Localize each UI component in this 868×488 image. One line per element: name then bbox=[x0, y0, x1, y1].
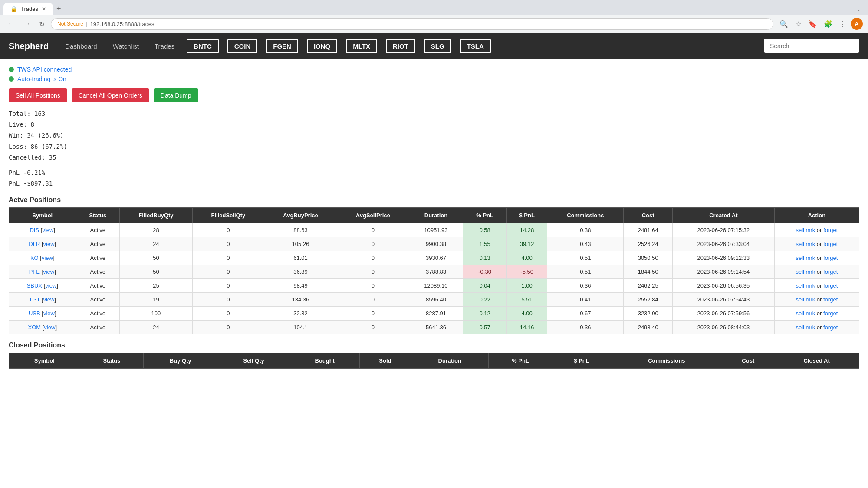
stat-live-label: Live: bbox=[9, 121, 27, 128]
stat-pnl-pct: PnL -0.21% bbox=[9, 167, 859, 178]
url-bar[interactable]: Not Secure | 192.168.0.25:8888/trades bbox=[51, 18, 773, 30]
new-tab-button[interactable]: + bbox=[53, 3, 65, 15]
symbol-link[interactable]: TGT bbox=[29, 296, 40, 303]
col-action: Action bbox=[774, 208, 859, 223]
user-avatar[interactable]: A bbox=[851, 18, 863, 30]
bookmark-star-button[interactable]: ☆ bbox=[792, 18, 804, 30]
symbol-link[interactable]: PFE bbox=[29, 269, 40, 275]
cell-pct-pnl: -0.30 bbox=[463, 265, 507, 279]
forward-button[interactable]: → bbox=[21, 18, 33, 29]
nav-trades[interactable]: Trades bbox=[151, 41, 178, 52]
symbol-link[interactable]: KO bbox=[30, 255, 39, 261]
autotrading-status[interactable]: Auto-trading is On bbox=[9, 75, 859, 82]
cell-symbol: SBUX [view] bbox=[9, 279, 76, 293]
col-pct-pnl: % PnL bbox=[463, 208, 507, 223]
view-link[interactable]: view bbox=[43, 269, 54, 275]
view-link[interactable]: view bbox=[43, 296, 54, 303]
ticker-coin[interactable]: COIN bbox=[227, 39, 258, 53]
symbol-link[interactable]: SBUX bbox=[27, 282, 42, 289]
extensions-button[interactable]: 🧩 bbox=[821, 18, 835, 30]
view-link[interactable]: view bbox=[44, 324, 55, 331]
closed-col-duration: Duration bbox=[411, 353, 489, 369]
sell-mrk-link[interactable]: sell mrk bbox=[796, 282, 815, 289]
cell-commissions: 0.36 bbox=[547, 321, 624, 334]
ticker-fgen[interactable]: FGEN bbox=[266, 39, 298, 53]
tab-dropdown-button[interactable]: ⌄ bbox=[853, 4, 865, 14]
cell-dollar-pnl: 39.12 bbox=[506, 237, 547, 251]
forget-link[interactable]: forget bbox=[823, 227, 838, 233]
cell-status: Active bbox=[76, 293, 120, 307]
cell-filled-buy-qty: 24 bbox=[120, 321, 193, 334]
forget-link[interactable]: forget bbox=[823, 269, 838, 275]
back-button[interactable]: ← bbox=[5, 18, 17, 29]
closed-positions-header-row: Symbol Status Buy Qty Sell Qty Bought So… bbox=[9, 353, 859, 369]
cell-created-at: 2023-06-26 09:12:33 bbox=[672, 251, 774, 265]
ticker-slg[interactable]: SLG bbox=[424, 39, 451, 53]
cell-pct-pnl: 0.57 bbox=[463, 321, 507, 334]
ticker-riot[interactable]: RIOT bbox=[386, 39, 415, 53]
view-link[interactable]: view bbox=[45, 282, 56, 289]
cell-cost: 1844.50 bbox=[624, 265, 673, 279]
active-tab[interactable]: 🔒 Trades ✕ bbox=[3, 3, 53, 15]
stat-total-value: 163 bbox=[34, 110, 45, 117]
forget-link[interactable]: forget bbox=[823, 296, 838, 303]
browser-toolbar: 🔍 ☆ 🔖 🧩 ⋮ A bbox=[777, 18, 863, 30]
forget-link[interactable]: forget bbox=[823, 282, 838, 289]
cell-avg-sell-price: 0 bbox=[337, 279, 409, 293]
view-link[interactable]: view bbox=[43, 241, 55, 247]
symbol-link[interactable]: USB bbox=[29, 310, 40, 317]
sell-mrk-link[interactable]: sell mrk bbox=[796, 227, 815, 233]
cell-pct-pnl: 0.12 bbox=[463, 307, 507, 321]
view-link[interactable]: view bbox=[42, 227, 53, 233]
cell-created-at: 2023-06-26 07:54:43 bbox=[672, 293, 774, 307]
cell-commissions: 0.51 bbox=[547, 265, 624, 279]
sell-mrk-link[interactable]: sell mrk bbox=[796, 324, 815, 331]
cell-action: sell mrk or forget bbox=[774, 321, 859, 334]
sell-all-button[interactable]: Sell All Positions bbox=[9, 88, 67, 102]
closed-positions-title: Closed Positions bbox=[9, 341, 859, 349]
cell-created-at: 2023-06-26 07:15:32 bbox=[672, 223, 774, 237]
forget-link[interactable]: forget bbox=[823, 310, 838, 317]
ticker-bntc[interactable]: BNTC bbox=[187, 39, 219, 53]
cell-action: sell mrk or forget bbox=[774, 223, 859, 237]
sell-mrk-link[interactable]: sell mrk bbox=[796, 269, 815, 275]
forget-link[interactable]: forget bbox=[823, 324, 838, 331]
symbol-link[interactable]: DIS bbox=[30, 227, 39, 233]
bookmark-button[interactable]: 🔖 bbox=[806, 18, 819, 30]
cell-filled-buy-qty: 24 bbox=[120, 237, 193, 251]
ticker-tsla[interactable]: TSLA bbox=[460, 39, 491, 53]
tws-status[interactable]: TWS API connected bbox=[9, 66, 859, 73]
data-dump-button[interactable]: Data Dump bbox=[154, 88, 198, 102]
tab-close-button[interactable]: ✕ bbox=[42, 6, 46, 12]
reload-button[interactable]: ↻ bbox=[36, 18, 47, 30]
stat-pnl-pct-value: -0.21% bbox=[23, 169, 46, 176]
cell-commissions: 0.51 bbox=[547, 251, 624, 265]
zoom-button[interactable]: 🔍 bbox=[777, 18, 791, 30]
symbol-link[interactable]: DLR bbox=[29, 241, 40, 247]
view-link[interactable]: view bbox=[43, 310, 55, 317]
ticker-ionq[interactable]: IONQ bbox=[307, 39, 337, 53]
forget-link[interactable]: forget bbox=[823, 241, 838, 247]
stat-total-label: Total: bbox=[9, 110, 31, 117]
table-row: USB [view] Active 100 0 32.32 0 8287.91 … bbox=[9, 307, 859, 321]
sell-mrk-link[interactable]: sell mrk bbox=[796, 310, 815, 317]
cell-filled-sell-qty: 0 bbox=[192, 321, 264, 334]
sell-mrk-link[interactable]: sell mrk bbox=[796, 255, 815, 261]
nav-dashboard[interactable]: Dashboard bbox=[62, 41, 100, 52]
cell-avg-buy-price: 32.32 bbox=[264, 307, 337, 321]
sell-mrk-link[interactable]: sell mrk bbox=[796, 241, 815, 247]
cell-filled-sell-qty: 0 bbox=[192, 279, 264, 293]
table-row: KO [view] Active 50 0 61.01 0 3930.67 0.… bbox=[9, 251, 859, 265]
cell-pct-pnl: 0.58 bbox=[463, 223, 507, 237]
closed-col-dollar-pnl: $ PnL bbox=[552, 353, 611, 369]
cancel-orders-button[interactable]: Cancel All Open Orders bbox=[72, 88, 149, 102]
search-input[interactable] bbox=[764, 39, 859, 53]
address-bar: ← → ↻ Not Secure | 192.168.0.25:8888/tra… bbox=[0, 15, 868, 33]
symbol-link[interactable]: XOM bbox=[28, 324, 41, 331]
view-link[interactable]: view bbox=[42, 255, 53, 261]
forget-link[interactable]: forget bbox=[823, 255, 838, 261]
ticker-mltx[interactable]: MLTX bbox=[346, 39, 377, 53]
nav-watchlist[interactable]: Watchlist bbox=[109, 41, 142, 52]
menu-button[interactable]: ⋮ bbox=[837, 18, 849, 30]
sell-mrk-link[interactable]: sell mrk bbox=[796, 296, 815, 303]
